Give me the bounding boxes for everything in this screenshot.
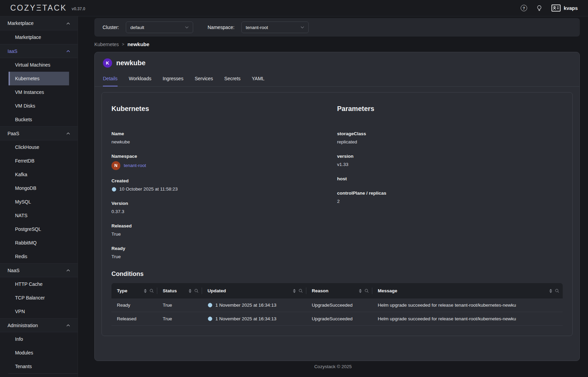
cell-reason: UpgradeSucceeded (306, 298, 372, 312)
field-value: True (111, 253, 337, 260)
field-label: version (337, 153, 563, 160)
search-icon[interactable] (364, 289, 369, 293)
column-header-status[interactable]: Status (157, 283, 202, 298)
globe-icon (208, 303, 213, 308)
field-value: 0.37.3 (111, 208, 337, 215)
sidebar-item-virtual-machines[interactable]: Virtual Machines (9, 58, 69, 72)
sidebar-item-kafka[interactable]: Kafka (9, 168, 69, 181)
cluster-select[interactable]: default (126, 22, 193, 33)
cluster-label: Cluster: (103, 25, 119, 30)
search-icon[interactable] (298, 289, 303, 293)
field-label: Released (111, 223, 337, 229)
sidebar-item-vm-instances[interactable]: VM Instances (9, 85, 69, 99)
sidebar-item-nats[interactable]: NATS (9, 209, 69, 222)
cell-status: True (157, 312, 202, 325)
tab-secrets[interactable]: Secrets (224, 76, 240, 86)
profile-button[interactable]: kvaps (551, 4, 578, 12)
sidebar-item-label: VM Disks (15, 103, 35, 109)
tab-yaml[interactable]: YAML (252, 76, 265, 86)
chevron-up-icon (66, 324, 70, 326)
search-icon[interactable] (555, 289, 559, 293)
sidebar-group-naas[interactable]: NaaS (0, 263, 78, 277)
tab-bar: Details Workloads Ingresses Services Sec… (95, 76, 579, 87)
column-header-reason[interactable]: Reason (306, 283, 372, 298)
sorter-icon[interactable] (359, 289, 362, 293)
cell-reason: UpgradeSucceeded (306, 312, 372, 325)
tab-services[interactable]: Services (195, 76, 213, 86)
column-tools (290, 289, 303, 293)
sidebar-item-rabbitmq[interactable]: RabbitMQ (9, 236, 69, 250)
sidebar-group-label: IaaS (8, 48, 17, 54)
sidebar-item-label: Modules (15, 350, 33, 355)
sidebar-item-info[interactable]: Info (9, 332, 69, 346)
field-host: host (337, 176, 563, 182)
breadcrumb-kubernetes[interactable]: Kubernetes (94, 42, 119, 47)
sidebar-item-label: VPN (15, 309, 25, 314)
app-logo: COZYΞTACK (10, 3, 67, 13)
namespace-select[interactable]: tenant-root (241, 22, 309, 33)
sidebar-item-tcp-balancer[interactable]: TCP Balancer (9, 291, 69, 305)
cluster-select-value: default (130, 25, 144, 30)
search-icon[interactable] (149, 289, 154, 293)
tab-details[interactable]: Details (103, 76, 118, 86)
sorter-icon[interactable] (549, 289, 552, 293)
field-label: Name (111, 130, 337, 137)
sidebar-item-buckets[interactable]: Buckets (9, 113, 69, 126)
context-filter-bar: Cluster: default Namespace: tenant-root (94, 18, 580, 37)
sidebar-item-label: Tenants (15, 364, 32, 369)
field-label: controlPlane / replicas (337, 190, 563, 197)
field-controlplane-replicas: controlPlane / replicas 2 (337, 190, 563, 205)
breadcrumb-separator: > (122, 42, 124, 47)
column-label: Message (378, 288, 397, 293)
sorter-icon[interactable] (293, 289, 296, 293)
sorter-icon[interactable] (144, 289, 147, 293)
namespace-avatar: N (111, 161, 120, 170)
sidebar-group-administration[interactable]: Administration (0, 318, 78, 332)
bulb-icon (536, 5, 543, 11)
updated-datetime: 1 November 2025 at 16:34:13 (215, 316, 277, 321)
sidebar-group-paas[interactable]: PaaS (0, 126, 78, 140)
page-title: newkube (116, 59, 146, 67)
chevron-down-icon (300, 26, 304, 29)
cell-message: Helm upgrade succeeded for release tenan… (372, 298, 563, 312)
sidebar-item-mongodb[interactable]: MongoDB (9, 181, 69, 195)
sidebar-item-label: VM Instances (15, 89, 44, 95)
sorter-icon[interactable] (189, 289, 191, 293)
column-header-message[interactable]: Message (372, 283, 563, 298)
section-heading-parameters: Parameters (337, 105, 563, 113)
sidebar-item-clickhouse[interactable]: ClickHouse (9, 140, 69, 154)
sidebar-item-vm-disks[interactable]: VM Disks (9, 99, 69, 113)
help-button[interactable]: ? (521, 5, 527, 11)
table-row: Ready True 1 November 2025 at 16:34:13 U… (111, 298, 563, 312)
sidebar-group-marketplace[interactable]: Marketplace (0, 16, 78, 30)
column-tools (546, 289, 559, 293)
sidebar-group-iaas[interactable]: IaaS (0, 44, 78, 58)
sidebar-item-modules[interactable]: Modules (9, 346, 69, 360)
sidebar-item-http-cache[interactable]: HTTP Cache (9, 277, 69, 291)
sidebar-item-ferretdb[interactable]: FerretDB (9, 154, 69, 168)
sidebar-item-label: Buckets (15, 117, 32, 122)
main-content: Cluster: default Namespace: tenant-root … (78, 16, 588, 377)
details-right-column: Parameters storageClass replicated versi… (337, 105, 563, 268)
namespace-link[interactable]: tenant-root (124, 162, 146, 169)
field-label: Namespace (111, 153, 337, 160)
sidebar-item-postgresql[interactable]: PostgreSQL (9, 222, 69, 236)
chevron-up-icon (66, 269, 70, 271)
column-header-updated[interactable]: Updated (202, 283, 306, 298)
search-icon[interactable] (194, 289, 199, 293)
tab-workloads[interactable]: Workloads (129, 76, 151, 86)
sidebar-item-vpn[interactable]: VPN (9, 305, 69, 318)
globe-icon (208, 316, 213, 321)
tab-ingresses[interactable]: Ingresses (163, 76, 184, 86)
cell-updated: 1 November 2025 at 16:34:13 (202, 312, 306, 325)
sidebar-item-redis[interactable]: Redis (9, 250, 69, 263)
sidebar-item-tenants[interactable]: Tenants (9, 360, 69, 373)
theme-toggle-button[interactable] (536, 5, 543, 11)
sidebar-item-marketplace[interactable]: Marketplace (9, 30, 69, 44)
column-header-type[interactable]: Type (111, 283, 157, 298)
sidebar-item-label: MySQL (15, 199, 31, 205)
sidebar-item-kubernetes[interactable]: Kubernetes (9, 72, 69, 85)
details-left-column: Kubernetes Name newkube Namespace N tena… (111, 105, 337, 268)
cell-updated: 1 November 2025 at 16:34:13 (202, 298, 306, 312)
sidebar-item-mysql[interactable]: MySQL (9, 195, 69, 209)
